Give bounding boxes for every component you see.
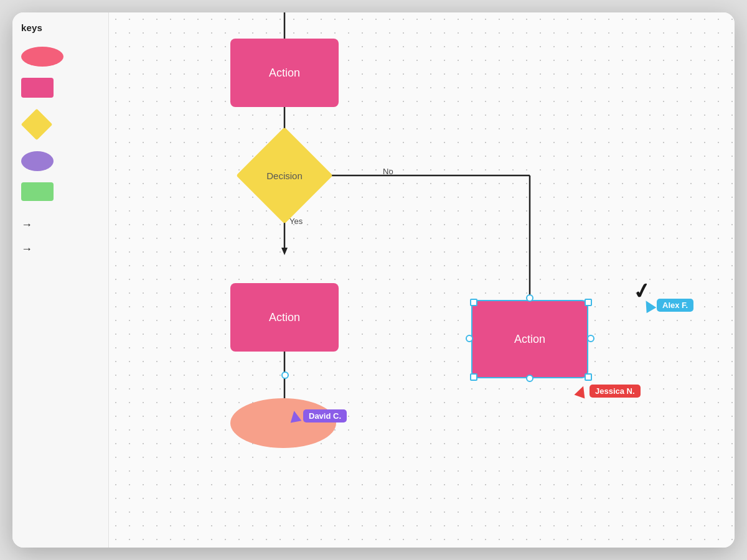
cursor-alex: Alex F. [643, 299, 693, 312]
ellipse-purple-icon [21, 151, 54, 171]
diamond-shape-icon [236, 127, 333, 224]
arrow-item-1[interactable]: → [21, 218, 101, 231]
sidebar-shape-ellipse-purple[interactable] [21, 151, 101, 171]
cursor-arrow-jessica [574, 384, 588, 398]
sidebar: keys → → [12, 12, 109, 548]
sidebar-shape-diamond[interactable] [21, 109, 101, 140]
sidebar-shape-ellipse-pink[interactable] [21, 47, 101, 67]
sidebar-shape-rect-pink[interactable] [21, 78, 101, 98]
rect-green-icon [21, 182, 54, 201]
arrow-item-2[interactable]: → [21, 243, 101, 256]
handle-br[interactable] [585, 373, 592, 381]
action3-label: Action [514, 333, 545, 346]
handle-mr[interactable] [587, 335, 594, 342]
sidebar-shapes [21, 47, 101, 201]
sidebar-arrows: → → [21, 218, 101, 256]
handle-tl[interactable] [470, 299, 477, 306]
arrow-icon-1: → [21, 218, 32, 231]
diamond-yellow-icon [21, 109, 53, 141]
app-window: keys → → [12, 12, 735, 548]
handle-bm[interactable] [526, 375, 533, 382]
svg-marker-4 [281, 248, 288, 255]
rect-pink-icon [21, 78, 54, 98]
canvas-area[interactable]: Action Decision Yes No Action Action [109, 12, 735, 548]
action1-node[interactable]: Action [230, 39, 339, 107]
cursor-arrow-alex [641, 297, 657, 313]
ellipse-node[interactable] [230, 398, 336, 448]
handle-tm[interactable] [526, 294, 533, 302]
cursor-label-jessica: Jessica N. [590, 385, 641, 398]
no-label: No [383, 167, 393, 176]
ellipse-pink-icon [21, 47, 63, 67]
cursor-arrow-david [289, 409, 302, 422]
action2-label: Action [269, 311, 300, 324]
cursor-david: David C. [289, 409, 347, 422]
cursor-label-david: David C. [303, 409, 347, 422]
arrow-icon-2: → [21, 243, 32, 256]
cursor-jessica: Jessica N. [576, 385, 641, 398]
action1-label: Action [269, 67, 300, 80]
cursor-label-alex: Alex F. [657, 299, 693, 312]
sidebar-shape-rect-green[interactable] [21, 182, 101, 201]
connect-point-action2[interactable] [281, 371, 289, 379]
yes-label: Yes [289, 217, 303, 226]
action3-node[interactable]: Action [471, 300, 588, 378]
action2-node[interactable]: Action [230, 283, 339, 352]
handle-ml[interactable] [466, 335, 473, 342]
handle-bl[interactable] [470, 373, 477, 381]
sidebar-title: keys [21, 22, 101, 33]
handle-tr[interactable] [585, 299, 592, 306]
